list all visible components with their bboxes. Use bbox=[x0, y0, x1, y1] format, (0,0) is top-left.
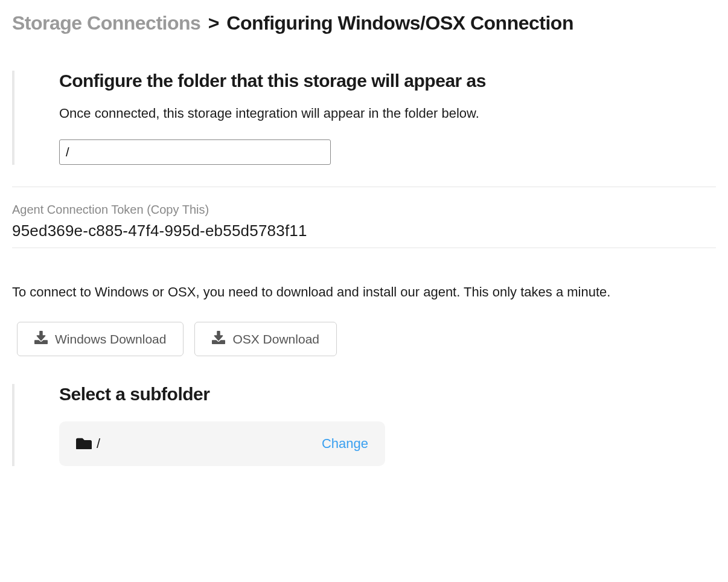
breadcrumb-current: Configuring Windows/OSX Connection bbox=[226, 12, 573, 34]
subfolder-path-display: / bbox=[76, 436, 100, 452]
configure-heading: Configure the folder that this storage w… bbox=[59, 71, 716, 91]
folder-path-input[interactable] bbox=[59, 139, 331, 165]
windows-download-button[interactable]: Windows Download bbox=[17, 322, 184, 356]
osx-download-button[interactable]: OSX Download bbox=[194, 322, 337, 356]
subfolder-card: / Change bbox=[59, 421, 385, 466]
breadcrumb-separator: > bbox=[208, 12, 219, 34]
subfolder-heading: Select a subfolder bbox=[59, 384, 716, 405]
token-value: 95ed369e-c885-47f4-995d-eb55d5783f11 bbox=[12, 222, 716, 240]
token-field: Agent Connection Token (Copy This) 95ed3… bbox=[12, 187, 716, 248]
token-label: Agent Connection Token (Copy This) bbox=[12, 203, 716, 217]
configure-folder-section: Configure the folder that this storage w… bbox=[12, 71, 716, 165]
agent-install-info: To connect to Windows or OSX, you need t… bbox=[12, 284, 716, 300]
download-icon bbox=[212, 331, 225, 347]
breadcrumb-root-link[interactable]: Storage Connections bbox=[12, 12, 200, 34]
select-subfolder-section: Select a subfolder / Change bbox=[12, 384, 716, 466]
download-buttons-row: Windows Download OSX Download bbox=[17, 322, 716, 356]
breadcrumb: Storage Connections > Configuring Window… bbox=[12, 12, 716, 34]
configure-description: Once connected, this storage integration… bbox=[59, 106, 716, 121]
windows-download-label: Windows Download bbox=[55, 332, 166, 347]
divider bbox=[12, 248, 716, 248]
osx-download-label: OSX Download bbox=[232, 332, 319, 347]
change-subfolder-link[interactable]: Change bbox=[322, 436, 368, 452]
download-icon bbox=[34, 331, 48, 347]
folder-icon bbox=[76, 436, 92, 452]
subfolder-path-text: / bbox=[97, 436, 100, 452]
